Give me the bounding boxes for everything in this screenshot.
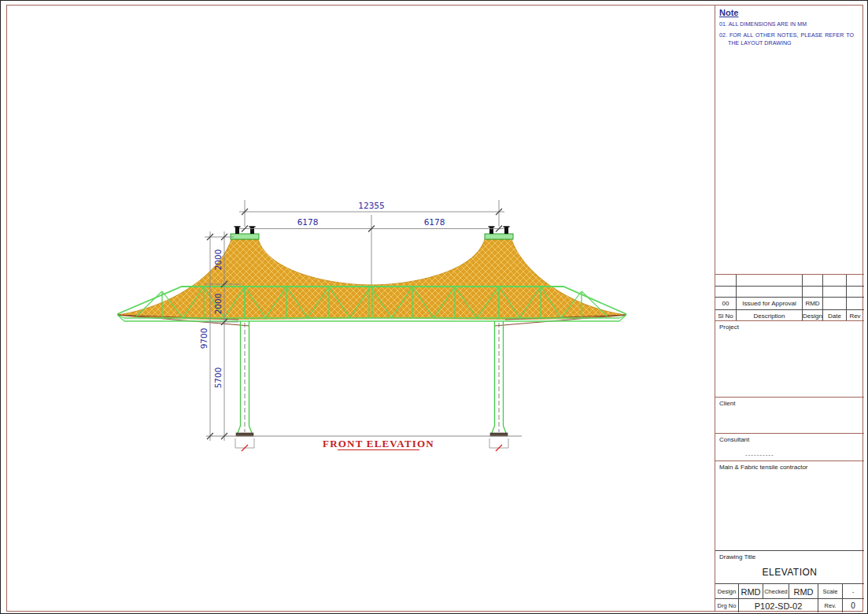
revision-table: 00 Issued for Approval RMD Sl No Descrip… [715, 274, 864, 320]
drawing-title-label: Drawing Title [715, 551, 864, 560]
revision-header-date: Date [822, 310, 846, 321]
revision-header-rev: Rev [846, 310, 863, 321]
dim-right-half: 6178 [424, 217, 445, 227]
client-label: Client [715, 398, 864, 407]
design-row: Design RMD Checked RMD Scale - [715, 583, 864, 598]
drawing-title-section: Drawing Title ELEVATION [715, 550, 864, 583]
dim-overall-height: 9700 [199, 328, 209, 350]
consultant-value: ---------- [745, 451, 774, 458]
design-value: RMD [738, 584, 763, 599]
note-title: Note [719, 8, 864, 17]
front-elevation-label: FRONT ELEVATION [323, 438, 434, 449]
revision-rev [846, 298, 863, 309]
revision-header-description: Description [736, 310, 802, 321]
dim-overall-width: 12355 [358, 201, 384, 210]
rev-value: 0 [842, 599, 863, 612]
revision-row-0: 00 Issued for Approval RMD [715, 297, 864, 309]
contractor-label: Main & Fabric tensile contractor [715, 461, 864, 471]
checked-label: Checked [763, 584, 789, 599]
scale-value: - [842, 584, 863, 599]
note-item-1: 01. ALL DIMENSIONS ARE IN MM [719, 20, 854, 28]
revision-row-empty-1 [715, 275, 864, 286]
dim-truss-depth: 2000 [213, 294, 223, 315]
drawing-sheet: 12355 6178 6178 2000 2000 9700 5700 FRON… [0, 0, 868, 614]
columns [236, 321, 508, 436]
drg-no-value: P102-SD-02 [738, 599, 818, 612]
drawing-caption: FRONT ELEVATION [323, 438, 434, 450]
consultant-label: Consultant [715, 434, 864, 443]
scale-label: Scale [818, 584, 842, 599]
rev-label: Rev. [818, 599, 842, 612]
dim-cone-height: 2000 [213, 250, 223, 271]
dim-column-height: 5700 [213, 368, 223, 389]
drg-no-row: Drg No P102-SD-02 Rev. 0 [715, 598, 864, 612]
project-section: Project [715, 320, 864, 397]
revision-header-design: Design [802, 310, 822, 321]
checked-value: RMD [789, 584, 818, 599]
drawing-title-value: ELEVATION [715, 567, 864, 578]
note-item-2: 02. FOR ALL OTHER NOTES, PLEASE REFER TO… [719, 31, 854, 46]
project-label: Project [715, 321, 864, 331]
revision-sl-no: 00 [715, 298, 736, 309]
drg-no-label: Drg No [715, 599, 738, 612]
revision-date [822, 298, 846, 309]
contractor-section: Main & Fabric tensile contractor [715, 460, 864, 550]
title-panel: Note 01. ALL DIMENSIONS ARE IN MM 02. FO… [715, 5, 864, 612]
note-box: Note 01. ALL DIMENSIONS ARE IN MM 02. FO… [715, 5, 864, 274]
dim-left-half: 6178 [297, 217, 319, 227]
revision-description: Issued for Approval [736, 298, 802, 309]
design-label: Design [715, 584, 738, 599]
revision-row-empty-2 [715, 286, 864, 297]
revision-design: RMD [802, 298, 822, 309]
client-section: Client [715, 397, 864, 433]
revision-header-sl-no: Sl No [715, 310, 736, 321]
consultant-section: Consultant ---------- [715, 433, 864, 460]
revision-header-row: Sl No Description Design Date Rev [715, 309, 864, 321]
